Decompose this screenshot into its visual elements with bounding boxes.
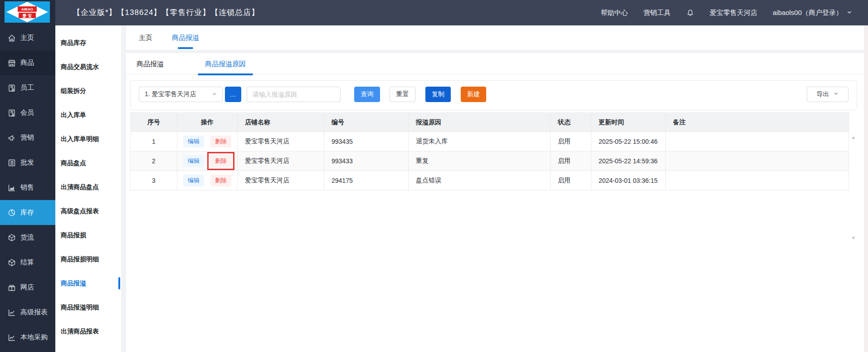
user-name: aibaols00（商户登录） [773, 9, 843, 17]
submenu-item-product-overflow[interactable]: 商品报溢 [55, 271, 121, 295]
home-icon [7, 34, 16, 43]
sidebar-item-wholesale[interactable]: 批发 [0, 150, 55, 175]
table-row: 2 编辑 删除 爱宝零售天河店 993433 重复 启用 2025-05-22 … [131, 152, 849, 171]
submenu-item-transaction-flow[interactable]: 商品交易流水 [55, 55, 121, 79]
scroll-down-icon[interactable]: ▼ [850, 235, 857, 241]
help-center-link[interactable]: 帮助中心 [601, 9, 628, 17]
header-remark: 备注 [666, 113, 849, 132]
sidebar-item-marketing[interactable]: 营销 [0, 125, 55, 150]
scroll-up-icon[interactable]: ▲ [850, 134, 857, 141]
sidebar-item-label: 主页 [20, 34, 34, 42]
chevron-down-icon [833, 91, 839, 98]
table-header-row: 序号 操作 店铺名称 编号 报溢原因 状态 更新时间 备注 [131, 113, 849, 132]
chevron-down-icon [211, 91, 218, 98]
submenu-item-product-inventory[interactable]: 商品库存 [55, 31, 121, 55]
table-scrollbar[interactable]: ▲ ▼ [850, 112, 857, 244]
subtab-product-overflow[interactable]: 商品报溢 [129, 53, 171, 74]
delete-button[interactable]: 删除 [210, 155, 231, 167]
store-more-button[interactable]: … [225, 87, 241, 102]
header-status: 状态 [551, 113, 591, 132]
header-store: 店铺名称 [238, 113, 324, 132]
sidebar-item-label: 本地采购 [20, 333, 48, 342]
employee-icon [7, 83, 16, 93]
submenu-item-assembly-split[interactable]: 组装拆分 [55, 79, 121, 103]
aibao-logo: AIBAO 爱 宝 [5, 1, 50, 23]
export-button[interactable]: 导出 [807, 87, 848, 102]
cell-reason: 退货未入库 [409, 132, 551, 152]
row-index: 3 [131, 171, 177, 191]
sidebar-item-label: 库存 [20, 208, 34, 217]
cell-updated: 2024-03-01 03:36:15 [591, 171, 666, 191]
table-row: 3 编辑 删除 爱宝零售天河店 294175 盘点错误 启用 2024-03-0… [131, 171, 849, 191]
submenu-item-stocktaking[interactable]: 商品盘点 [55, 151, 121, 175]
submenu-item-inout-order-details[interactable]: 出入库单明细 [55, 127, 121, 151]
cell-status: 启用 [551, 171, 591, 191]
tab-home[interactable]: 主页 [139, 25, 152, 50]
sidebar-item-employees[interactable]: 员工 [0, 75, 55, 100]
submenu-item-product-loss[interactable]: 商品报损 [55, 223, 121, 247]
logo-area[interactable]: AIBAO 爱 宝 [0, 0, 55, 25]
submenu-item-clearance-product-report[interactable]: 出清商品报表 [55, 319, 121, 343]
line-chart-icon [7, 308, 16, 317]
subtab-overflow-reason[interactable]: 商品报溢原因 [198, 53, 253, 74]
sidebar-item-advanced-reports[interactable]: 高级报表 [0, 300, 55, 325]
overflow-reason-table: 序号 操作 店铺名称 编号 报溢原因 状态 更新时间 备注 1 编辑 [130, 112, 848, 191]
sidebar-item-settlement[interactable]: 结算 [0, 250, 55, 275]
primary-sidebar: 主页 商品 员工 会员 营销 批发 销售 库存 [0, 25, 55, 352]
submenu-item-inout-orders[interactable]: 出入库单 [55, 103, 121, 127]
export-label: 导出 [817, 90, 829, 98]
submenu-item-product-overflow-details[interactable]: 商品报溢明细 [55, 295, 121, 319]
delete-button[interactable]: 删除 [210, 136, 231, 147]
header-actions: 操作 [177, 113, 238, 132]
search-button[interactable]: 查询 [354, 87, 380, 102]
cell-remark [666, 152, 849, 171]
line-chart-icon [7, 333, 16, 342]
store-select-value: 1. 爱宝零售天河店 [145, 90, 196, 98]
submenu-item-product-loss-details[interactable]: 商品报损明细 [55, 247, 121, 271]
header-code: 编号 [324, 113, 409, 132]
sidebar-item-label: 商品 [20, 59, 34, 67]
marketing-tools-link[interactable]: 营销工具 [644, 9, 671, 17]
grid-list-icon [7, 158, 16, 167]
workspace-title: 【企业版*】【138624】【零售行业】【连锁总店】 [73, 0, 259, 25]
cell-updated: 2025-05-22 14:59:36 [591, 152, 666, 171]
current-store-link[interactable]: 爱宝零售天河店 [710, 9, 757, 17]
user-menu[interactable]: aibaols00（商户登录） [773, 9, 853, 17]
edit-button[interactable]: 编辑 [183, 155, 204, 167]
page-scrollbar[interactable] [864, 25, 868, 352]
cell-remark [666, 171, 849, 191]
main-content: 商品报溢 商品报溢原因 1. 爱宝零售天河店 … 查询 重置 复制 新建 导出 [126, 53, 864, 352]
header-reason: 报溢原因 [409, 113, 551, 132]
sidebar-item-sales[interactable]: 销售 [0, 175, 55, 200]
sidebar-item-online-store[interactable]: 网店 [0, 275, 55, 300]
cell-reason: 盘点错误 [409, 171, 551, 191]
submenu-item-advanced-stocktaking-report[interactable]: 高级盘点报表 [55, 199, 121, 223]
submenu-item-clearance-stocktaking[interactable]: 出清商品盘点 [55, 175, 121, 199]
cell-updated: 2025-05-22 15:00:46 [591, 132, 666, 152]
sidebar-item-home[interactable]: 主页 [0, 25, 55, 50]
sidebar-item-label: 销售 [20, 183, 34, 192]
filter-toolbar: 1. 爱宝零售天河店 … 查询 重置 复制 新建 导出 [130, 80, 857, 110]
tab-product-overflow[interactable]: 商品报溢 [172, 25, 199, 50]
bell-icon[interactable] [686, 9, 694, 17]
create-button[interactable]: 新建 [461, 87, 486, 102]
edit-button[interactable]: 编辑 [183, 136, 204, 147]
sidebar-item-label: 货流 [20, 233, 34, 242]
sidebar-item-local-purchase[interactable]: 本地采购 [0, 325, 55, 350]
overflow-reason-input[interactable] [247, 87, 341, 102]
copy-button[interactable]: 复制 [425, 87, 451, 102]
delete-button[interactable]: 删除 [210, 175, 231, 186]
reset-button[interactable]: 重置 [390, 87, 415, 102]
store-select[interactable]: 1. 爱宝零售天河店 [139, 87, 223, 102]
sidebar-item-inventory[interactable]: 库存 [0, 200, 55, 225]
cell-reason: 重复 [409, 152, 551, 171]
sidebar-item-products[interactable]: 商品 [0, 50, 55, 75]
subtabs: 商品报溢 商品报溢原因 [126, 53, 864, 74]
store-icon [7, 59, 16, 68]
sidebar-item-logistics[interactable]: 货流 [0, 225, 55, 250]
edit-button[interactable]: 编辑 [183, 175, 204, 186]
pie-chart-icon [7, 208, 16, 217]
sidebar-item-members[interactable]: 会员 [0, 100, 55, 125]
topbar: 【企业版*】【138624】【零售行业】【连锁总店】 帮助中心 营销工具 爱宝零… [0, 0, 868, 25]
cube-icon [7, 233, 16, 242]
